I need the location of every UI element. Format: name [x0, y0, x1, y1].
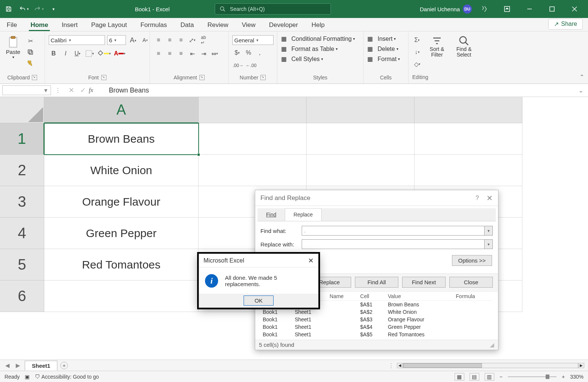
options-button[interactable]: Options >> — [452, 255, 492, 266]
fx-icon[interactable]: fx — [89, 87, 93, 94]
align-left-icon[interactable]: ≡ — [154, 49, 163, 58]
qat-customize-icon[interactable]: ▾ — [47, 3, 60, 15]
zoom-out-icon[interactable]: − — [500, 374, 503, 380]
italic-button[interactable]: I — [61, 49, 70, 58]
orientation-icon[interactable]: ⤢▾ — [187, 35, 197, 45]
align-top-icon[interactable]: ≡ — [154, 35, 163, 45]
cell-styles-button[interactable]: ▦ Cell Styles ▾ — [281, 55, 355, 63]
worksheet[interactable]: A 1 Brown Beans 2 White Onion 3 Orange F… — [0, 97, 588, 360]
prev-sheet-icon[interactable]: ◀ — [4, 362, 11, 369]
add-sheet-button[interactable]: + — [60, 362, 68, 369]
align-center-icon[interactable]: ≡ — [165, 49, 175, 58]
zoom-in-icon[interactable]: + — [562, 374, 565, 380]
find-next-button[interactable]: Find Next — [402, 277, 446, 288]
select-all-corner[interactable] — [0, 97, 44, 123]
find-select-button[interactable]: Find & Select — [452, 35, 476, 58]
format-painter-icon[interactable] — [25, 58, 35, 68]
msgbox-close-icon[interactable]: ✕ — [308, 257, 314, 265]
split-handle-icon[interactable]: ⋮ — [388, 362, 394, 369]
cut-icon[interactable]: ✂ — [25, 36, 35, 46]
scroll-left-icon[interactable]: ◀ — [397, 363, 403, 368]
row-header-5[interactable]: 5 — [0, 249, 44, 281]
autosum-icon[interactable]: Σ▾ — [412, 35, 422, 45]
col-formula[interactable]: Formula — [453, 292, 493, 301]
increase-indent-icon[interactable]: ⇥ — [199, 49, 208, 58]
font-name-combo[interactable]: Calibri▾ — [49, 35, 105, 45]
normal-view-icon[interactable]: ▦ — [455, 373, 464, 381]
maximize-icon[interactable] — [542, 0, 562, 18]
cell[interactable] — [307, 155, 414, 186]
help-icon[interactable]: ? — [476, 195, 479, 201]
column-header-D[interactable] — [414, 97, 522, 123]
tab-find[interactable]: Find — [257, 208, 285, 221]
ribbon-mode-icon[interactable] — [497, 0, 517, 18]
page-break-view-icon[interactable]: ▥ — [485, 373, 494, 381]
font-size-combo[interactable]: 6▾ — [107, 35, 126, 45]
replace-dropdown-icon[interactable]: ▾ — [485, 239, 493, 249]
scroll-thumb[interactable] — [403, 363, 482, 368]
next-sheet-icon[interactable]: ▶ — [14, 362, 22, 369]
align-middle-icon[interactable]: ≡ — [165, 35, 175, 45]
zoom-level[interactable]: 330% — [570, 374, 584, 380]
name-box[interactable]: ▾ — [2, 85, 51, 95]
find-all-button[interactable]: Find All — [355, 277, 398, 288]
find-what-input[interactable]: , — [302, 226, 485, 236]
number-format-combo[interactable]: General▾ — [232, 35, 274, 45]
cell[interactable] — [307, 123, 414, 155]
row-header-6[interactable]: 6 — [0, 281, 44, 312]
expand-formula-bar-icon[interactable]: ⌄ — [576, 87, 586, 94]
font-launcher[interactable] — [101, 75, 106, 80]
cancel-icon[interactable]: ✕ — [69, 86, 74, 94]
tab-replace[interactable]: Replace — [285, 208, 321, 221]
share-button[interactable]: ↗Share — [548, 19, 583, 30]
tab-file[interactable]: File — [5, 19, 18, 31]
search-box[interactable]: Search (Alt+Q) — [215, 3, 331, 15]
save-icon[interactable] — [2, 3, 15, 15]
sheet-tab[interactable]: Sheet1 — [25, 361, 57, 370]
copy-icon[interactable] — [25, 47, 35, 57]
format-cells-button[interactable]: ▦ Format ▾ — [367, 55, 400, 63]
scroll-right-icon[interactable]: ▶ — [578, 363, 584, 368]
cell[interactable] — [414, 123, 522, 155]
col-value[interactable]: Value — [386, 292, 453, 301]
close-button[interactable]: Close — [449, 277, 493, 288]
delete-cells-button[interactable]: ▦ Delete ▾ — [367, 45, 400, 52]
decrease-font-icon[interactable]: A▾ — [140, 35, 150, 45]
table-row[interactable]: Book1Sheet1$A$4Green Pepper — [260, 323, 493, 331]
column-header-A[interactable]: A — [44, 97, 199, 123]
page-layout-view-icon[interactable]: ▤ — [470, 373, 479, 381]
merge-center-icon[interactable]: ⇔▾ — [210, 49, 220, 58]
tab-review[interactable]: Review — [206, 19, 230, 31]
find-dropdown-icon[interactable]: ▾ — [485, 226, 493, 236]
decrease-decimal-icon[interactable]: ←.00 — [245, 61, 257, 70]
cell-A6[interactable] — [44, 281, 199, 312]
cell-A5[interactable]: Red Tomantoes — [44, 249, 199, 281]
row-header-2[interactable]: 2 — [0, 155, 44, 186]
increase-decimal-icon[interactable]: .00→ — [232, 61, 244, 70]
tab-page-layout[interactable]: Page Layout — [90, 19, 128, 31]
sort-filter-button[interactable]: Sort & Filter — [425, 35, 449, 58]
cell[interactable] — [414, 155, 522, 186]
tab-home[interactable]: Home — [29, 19, 49, 31]
tab-insert[interactable]: Insert — [60, 19, 79, 31]
replace-with-input[interactable] — [302, 239, 485, 249]
table-row[interactable]: Book1Sheet1$A$3Orange Flavour — [260, 316, 493, 323]
collapse-ribbon-icon[interactable]: ⌃ — [579, 73, 584, 81]
borders-button[interactable]: ▾ — [85, 49, 94, 58]
increase-font-icon[interactable]: A▴ — [128, 35, 138, 45]
col-name[interactable]: Name — [328, 292, 358, 301]
enter-icon[interactable]: ✓ — [80, 86, 86, 94]
selection-handle[interactable] — [197, 153, 200, 156]
resize-grip-icon[interactable]: ◢ — [490, 342, 494, 348]
row-header-1[interactable]: 1 — [0, 123, 44, 155]
underline-button[interactable]: U▾ — [73, 49, 82, 58]
conditional-formatting-button[interactable]: ▦ Conditional Formatting ▾ — [281, 35, 355, 42]
user-account[interactable]: Daniel Uchenna DU — [420, 4, 472, 13]
fill-icon[interactable]: ↓▾ — [412, 47, 422, 57]
tab-help[interactable]: Help — [310, 19, 326, 31]
align-right-icon[interactable]: ≡ — [176, 49, 186, 58]
cell-A2[interactable]: White Onion — [44, 155, 199, 186]
column-header-C[interactable] — [307, 97, 414, 123]
row-header-3[interactable]: 3 — [0, 186, 44, 218]
ok-button[interactable]: OK — [244, 295, 274, 306]
